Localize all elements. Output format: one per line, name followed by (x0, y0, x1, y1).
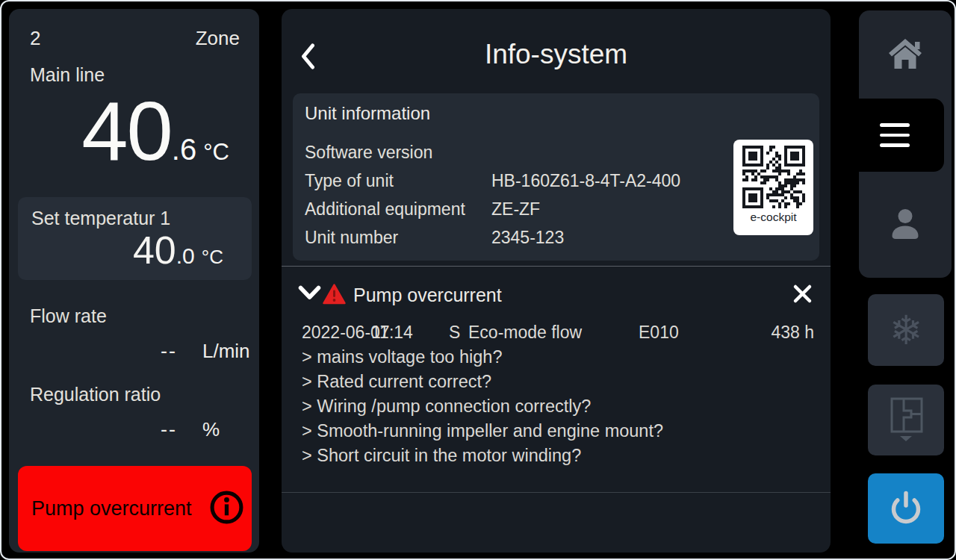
row-label: Type of unit (305, 171, 491, 191)
collapse-alarm-button[interactable] (297, 284, 323, 305)
regulation-ratio-label: Regulation ratio (30, 384, 161, 405)
zone-header: 2 Zone (30, 27, 240, 50)
power-icon (888, 490, 924, 528)
close-icon (792, 295, 813, 306)
line-label: Main line (30, 64, 105, 86)
row-label: Software version (305, 143, 491, 163)
user-icon (890, 207, 920, 243)
divider (282, 492, 831, 493)
regulation-ratio-unit: % (202, 418, 220, 441)
close-alarm-button[interactable] (791, 282, 814, 308)
page-title: Info-system (282, 39, 831, 70)
regulation-ratio-value: -- (24, 418, 177, 441)
pump-overcurrent-alarm-button[interactable]: Pump overcurrent (18, 466, 252, 551)
unit-information-rows: Software version Type of unit HB-160Z61-… (305, 138, 722, 252)
unit-info-row: Type of unit HB-160Z61-8-4T-A2-400 (305, 167, 722, 195)
divider (282, 266, 831, 267)
menu-button-active[interactable] (845, 99, 944, 172)
set-temp-unit: °C (202, 247, 223, 267)
qr-code-icon (742, 146, 805, 208)
check-item: > Rated current correct? (302, 370, 663, 394)
check-item: > Wiring /pump connection correctly? (302, 394, 663, 419)
alarm-status-flag: S (449, 323, 460, 343)
main-temp-unit: °C (203, 140, 229, 164)
mold-icon (886, 396, 926, 444)
check-item: > Short circuit in the motor winding? (302, 444, 663, 468)
alarm-check-list: > mains voltage too high? > Rated curren… (302, 345, 663, 468)
power-button[interactable] (868, 473, 944, 544)
alarm-error-code: E010 (639, 323, 679, 343)
zone-label: Zone (196, 27, 240, 50)
unit-info-row: Software version (305, 138, 722, 167)
main-temp-decimal: .6 (172, 134, 196, 164)
qr-caption: e-cockpit (750, 211, 796, 224)
home-button[interactable] (859, 12, 952, 97)
zone-number: 2 (30, 27, 40, 50)
flow-rate-label: Flow rate (30, 305, 107, 327)
zone-panel: 2 Zone Main line 40 .6 °C Set temperatur… (9, 9, 259, 553)
set-temperature-label: Set temperatur 1 (31, 208, 223, 229)
unit-info-row: Unit number 2345-123 (305, 223, 722, 252)
alarm-detail-header: Pump overcurrent (282, 279, 831, 311)
alarm-operating-hours: 438 h (771, 323, 814, 343)
info-icon (209, 490, 244, 527)
info-system-panel: Info-system Unit information Software ve… (282, 9, 831, 553)
set-temperature-box[interactable]: Set temperatur 1 40 .0 °C (18, 197, 252, 280)
main-temperature-value: 40 .6 °C (81, 90, 229, 173)
check-item: > mains voltage too high? (302, 345, 663, 370)
alarm-meta-row: 2022-06-07 11:14 S Eco-mode flow E010 43… (282, 323, 831, 343)
alarm-time: 11:14 (371, 323, 413, 343)
warning-triangle-icon (323, 284, 346, 308)
alarm-button-label: Pump overcurrent (31, 497, 192, 520)
snowflake-icon: ❄ (889, 310, 922, 350)
check-item: > Smooth-running impeller and engine mou… (302, 419, 663, 444)
row-value: HB-160Z61-8-4T-A2-400 (491, 171, 722, 191)
menu-icon (880, 123, 910, 127)
device-screen: 2 Zone Main line 40 .6 °C Set temperatur… (0, 0, 956, 560)
row-value: ZE-ZF (491, 199, 722, 220)
unit-information-section: Unit information Software version Type o… (293, 93, 819, 261)
flow-rate-unit: L/min (202, 340, 250, 363)
main-temp-integer: 40 (81, 90, 172, 173)
row-value: 2345-123 (491, 228, 722, 248)
alarm-title: Pump overcurrent (353, 284, 502, 306)
set-temperature-value: 40 .0 °C (31, 231, 223, 270)
home-icon (887, 37, 923, 72)
row-label: Additional equipment (305, 199, 491, 220)
chevron-down-icon (298, 292, 321, 303)
e-cockpit-qr-code[interactable]: e-cockpit (733, 140, 813, 235)
flow-rate-value: -- (24, 340, 177, 363)
row-label: Unit number (305, 228, 491, 248)
set-temp-decimal: .0 (176, 245, 195, 267)
unit-information-title: Unit information (305, 103, 430, 124)
alarm-mode: Eco-mode flow (468, 323, 582, 343)
mold-button[interactable] (868, 385, 944, 455)
cooling-button[interactable]: ❄ (868, 294, 944, 366)
regulation-ratio-row: -- % (24, 418, 259, 441)
user-button[interactable] (859, 181, 952, 269)
set-temp-integer: 40 (133, 231, 176, 270)
unit-info-row: Additional equipment ZE-ZF (305, 195, 722, 223)
flow-rate-row: -- L/min (24, 340, 259, 363)
